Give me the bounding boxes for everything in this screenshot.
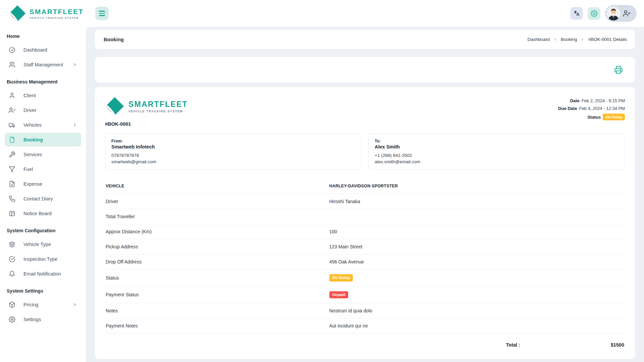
user-menu[interactable] [605,5,637,22]
sidebar-item-contact-diary[interactable]: Contact Diary [5,192,81,205]
translate-icon [573,10,580,17]
sidebar-item-label: Staff Management [23,62,63,67]
expense-icon [9,181,15,187]
booking-details-table: VEHICLE HARLEY-DAVIDSON SPORTSTER Driver… [105,178,625,334]
breadcrumb-current: #BOK-0001 Details [588,37,627,42]
row-label: Total Traveller [105,209,329,224]
to-email: alex.smith@email.com [375,159,619,164]
sidebar-item-dashboard[interactable]: Dashboard [5,43,81,57]
row-label: Drop Off Address [105,254,329,269]
sidebar-item-email-notification[interactable]: Email Notification [5,267,81,281]
breadcrumb-dashboard[interactable]: Dashboard [528,37,550,42]
translate-button[interactable] [570,7,583,20]
status-badge: On Going [603,114,625,120]
to-box: To: Alex Smith +1 (268) 641-3502 alex.sm… [368,133,625,170]
invoice-brand-logo: SMARTFLEET VEHICLE TRACKING SYSTEM [105,97,188,116]
total-row: Total : $1500 [105,334,625,352]
sidebar-section-system-config: System Configuration [0,221,86,236]
email-notification-icon [9,270,15,277]
from-label: From: [111,139,355,143]
status-label: Status [587,115,601,120]
sidebar-item-label: Pricing [23,302,38,307]
date-label: Date [570,98,579,103]
sidebar-item-staff-management[interactable]: Staff Management [5,58,81,71]
sidebar-item-label: Expense [23,181,42,187]
sidebar-item-driver[interactable]: Driver [5,103,81,117]
row-value: Nostrum id quia dolo [329,303,625,318]
sidebar-item-label: Email Notification [23,271,61,277]
brand-tagline: VEHICLE TRACKING SYSTEM [30,16,84,19]
row-label: Approx Distance (Km) [105,224,329,239]
total-value: $1500 [520,342,624,348]
table-row: Approx Distance (Km)100 [105,224,625,239]
from-box: From: Smartweb Infotech 07878787878 smar… [105,133,362,170]
vehicles-icon [9,122,15,128]
sidebar-section-home: Home [0,27,86,42]
table-header-label: VEHICLE [105,178,329,194]
to-label: To: [375,139,619,143]
avatar [606,6,621,20]
status-badge: Unpaid [329,291,348,299]
sidebar-item-pricing[interactable]: Pricing [5,298,81,311]
client-icon [9,92,15,99]
notice-board-icon [9,210,15,217]
breadcrumb-booking[interactable]: Booking [561,37,577,42]
sidebar-item-label: Booking [23,137,43,142]
sidebar-item-settings[interactable]: Settings [5,312,81,326]
row-value: 456 Oak Avenue [329,254,625,269]
top-bar: SMARTFLEET VEHICLE TRACKING SYSTEM [0,0,644,27]
row-value: Hiroshi Tanaka [329,194,625,209]
table-row: Payment StatusUnpaid [105,286,625,303]
breadcrumb-chevron-icon [553,37,557,42]
header-settings-button[interactable] [588,7,600,20]
sidebar-item-client[interactable]: Client [5,88,81,102]
sidebar-item-inspection-type[interactable]: Inspection Type [5,252,81,266]
hamburger-button[interactable] [95,7,109,20]
print-button[interactable] [614,65,623,74]
row-label: Payment Notes [105,318,329,334]
brand-logo-icon [105,97,124,116]
sidebar-item-label: Client [23,93,36,98]
status-badge: On Going [329,274,353,282]
page-title: Booking [104,37,124,42]
driver-icon [9,107,15,114]
vehicle-type-icon [9,241,15,248]
sidebar-item-notice-board[interactable]: Notice Board [5,206,81,220]
toolbar-card [95,57,635,82]
row-value [329,209,625,224]
invoice-meta: Date Feb 2, 2024 - 9:15 PM Due Date Feb … [558,97,625,123]
sidebar-section-system-settings: System Settings [0,282,86,297]
table-row: Total Traveller [105,209,625,224]
due-date-value: Feb 4, 2024 - 12:34 PM [579,106,625,111]
total-label: Total : [506,342,520,348]
inspection-type-icon [9,256,15,262]
sidebar-item-label: Notice Board [23,211,52,216]
table-header-value: HARLEY-DAVIDSON SPORTSTER [329,178,625,194]
user-check-icon [623,10,631,17]
table-row: Drop Off Address456 Oak Avenue [105,254,625,269]
app-logo: SMARTFLEET VEHICLE TRACKING SYSTEM [0,5,86,22]
settings-icon [9,316,15,323]
sidebar-item-booking[interactable]: Booking [5,133,81,146]
sidebar-item-fuel[interactable]: Fuel [5,162,81,176]
sidebar-item-expense[interactable]: Expense [5,177,81,191]
row-value: Unpaid [329,286,625,303]
from-phone: 07878787878 [111,153,355,158]
row-label: Status [105,269,329,287]
dashboard-icon [9,47,15,53]
row-label: Notes [105,303,329,318]
sidebar-item-services[interactable]: Services [5,147,81,161]
sidebar-item-vehicles[interactable]: Vehicles [5,118,81,132]
table-row: NotesNostrum id quia dolo [105,303,625,318]
chevron-right-icon [72,123,77,127]
gear-icon [591,10,598,17]
to-phone: +1 (268) 641-3502 [375,153,619,158]
sidebar-item-label: Settings [23,317,41,322]
sidebar-item-label: Driver [23,108,37,113]
pricing-icon [9,301,15,308]
row-label: Payment Status [105,286,329,303]
table-row: Payment NotesAut incidunt qui ne [105,318,625,334]
sidebar-item-vehicle-type[interactable]: Vehicle Type [5,237,81,251]
brand-logo-icon [9,5,26,22]
brand-name: SMARTFLEET [128,100,188,109]
